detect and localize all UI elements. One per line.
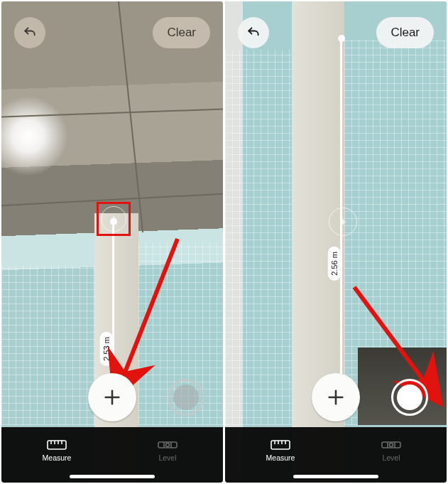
clear-label: Clear: [390, 26, 420, 40]
plus-icon: [102, 387, 122, 407]
tab-label: Measure: [266, 453, 295, 462]
level-icon: [381, 439, 401, 451]
home-indicator[interactable]: [70, 475, 155, 478]
clear-button[interactable]: Clear: [376, 17, 434, 48]
svg-point-21: [390, 443, 393, 447]
svg-line-12: [354, 287, 428, 387]
screenshot-left: Clear 2.53 m: [1, 1, 223, 483]
home-indicator[interactable]: [293, 475, 378, 478]
ruler-icon: [271, 439, 290, 451]
tab-label: Level: [158, 453, 176, 462]
tab-label: Level: [382, 453, 400, 462]
ruler-icon: [47, 439, 67, 451]
add-point-button[interactable]: [88, 373, 136, 421]
clear-label: Clear: [167, 26, 196, 40]
level-icon: [158, 439, 177, 451]
annotation-arrow: [101, 229, 186, 395]
svg-rect-15: [271, 441, 290, 449]
ar-reticle: [329, 208, 357, 236]
undo-icon: [246, 26, 261, 40]
undo-button[interactable]: [238, 17, 269, 48]
svg-point-9: [166, 443, 170, 447]
screenshot-right: Clear 2.56 m: [225, 1, 447, 483]
undo-button[interactable]: [14, 17, 45, 48]
tab-label: Measure: [43, 453, 72, 462]
shutter-button[interactable]: [168, 379, 204, 416]
undo-icon: [23, 26, 37, 40]
add-point-button[interactable]: [312, 373, 360, 421]
plus-icon: [326, 387, 346, 407]
svg-rect-3: [48, 441, 66, 449]
svg-line-0: [122, 239, 177, 380]
clear-button[interactable]: Clear: [153, 17, 210, 48]
shutter-button[interactable]: [391, 379, 428, 416]
measure-value[interactable]: 2.56 m: [328, 247, 341, 281]
